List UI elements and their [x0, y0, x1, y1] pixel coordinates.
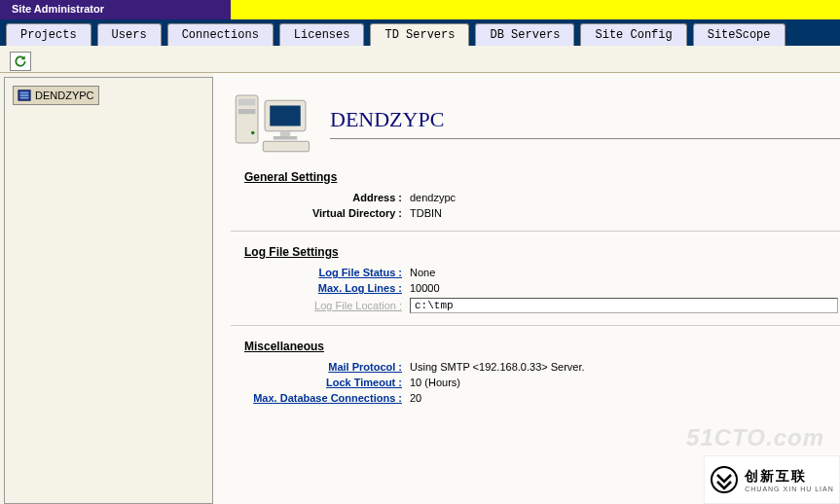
- tab-users[interactable]: Users: [97, 23, 162, 46]
- page-title: Site Administrator: [0, 0, 231, 19]
- svg-point-7: [251, 131, 255, 135]
- log-location-label: Log File Location :: [244, 300, 410, 311]
- svg-rect-12: [263, 141, 309, 152]
- header-accent: [231, 0, 840, 19]
- mail-protocol-value: Using SMTP <192.168.0.33> Server.: [410, 361, 585, 373]
- brand-logo-icon: [710, 465, 739, 494]
- server-title: DENDZYPC: [330, 107, 840, 132]
- refresh-button[interactable]: [10, 52, 31, 71]
- tab-connections[interactable]: Connections: [167, 23, 274, 46]
- separator: [231, 231, 840, 232]
- max-db-conn-value: 20: [410, 392, 421, 404]
- server-header: DENDZYPC: [229, 89, 840, 157]
- brand-name-cn: 创新互联: [745, 468, 834, 486]
- separator: [231, 325, 840, 326]
- details-panel: DENDZYPC General Settings Address : dend…: [213, 73, 840, 504]
- max-log-lines-link[interactable]: Max. Log Lines :: [244, 282, 410, 294]
- section-general: General Settings Address : dendzypc Virt…: [244, 170, 840, 219]
- svg-rect-11: [274, 136, 298, 140]
- title-separator: [330, 138, 840, 139]
- body: DENDZYPC DENDZYPC General Settin: [0, 73, 840, 504]
- mail-protocol-link[interactable]: Mail Protocol :: [244, 361, 410, 373]
- address-label: Address :: [244, 192, 410, 203]
- svg-rect-1: [20, 92, 29, 94]
- svg-rect-9: [270, 106, 301, 126]
- section-misc-heading: Miscellaneous: [244, 340, 840, 353]
- section-misc: Miscellaneous Mail Protocol : Using SMTP…: [244, 340, 840, 404]
- svg-rect-3: [20, 97, 29, 99]
- refresh-icon: [14, 54, 27, 68]
- section-log: Log File Settings Log File Status : None…: [244, 245, 840, 313]
- brand-badge: 创新互联 CHUANG XIN HU LIAN: [704, 455, 840, 504]
- svg-rect-5: [238, 99, 256, 106]
- lock-timeout-value: 10 (Hours): [410, 377, 460, 388]
- tree-node-label: DENDZYPC: [35, 90, 94, 101]
- tab-db-servers[interactable]: DB Servers: [475, 23, 574, 46]
- svg-rect-6: [238, 109, 256, 114]
- tree-node-server[interactable]: DENDZYPC: [13, 86, 99, 105]
- lock-timeout-link[interactable]: Lock Timeout :: [244, 377, 410, 388]
- computer-icon: [229, 89, 314, 157]
- section-general-heading: General Settings: [244, 170, 840, 184]
- address-value: dendzypc: [410, 192, 456, 203]
- brand-name-pinyin: CHUANG XIN HU LIAN: [745, 486, 834, 492]
- server-icon: [18, 89, 31, 102]
- tab-td-servers[interactable]: TD Servers: [370, 23, 469, 46]
- log-status-value: None: [410, 267, 435, 278]
- vdir-label: Virtual Directory :: [244, 207, 410, 219]
- tab-sitescope[interactable]: SiteScope: [693, 23, 785, 46]
- header-bar: Site Administrator: [0, 0, 840, 19]
- max-db-conn-link[interactable]: Max. Database Connections :: [244, 392, 410, 404]
- vdir-value: TDBIN: [410, 207, 442, 219]
- section-log-heading: Log File Settings: [244, 245, 840, 259]
- svg-rect-2: [20, 94, 29, 96]
- svg-rect-10: [280, 131, 291, 136]
- toolbar: [0, 46, 840, 73]
- tab-projects[interactable]: Projects: [6, 23, 91, 46]
- tab-licenses[interactable]: Licenses: [279, 23, 365, 46]
- max-log-lines-value: 10000: [410, 282, 440, 294]
- tabs-bar: Projects Users Connections Licenses TD S…: [0, 19, 840, 46]
- tree-sidebar: DENDZYPC: [4, 77, 213, 504]
- log-location-input[interactable]: [410, 298, 838, 313]
- log-status-link[interactable]: Log File Status :: [244, 267, 410, 278]
- tab-site-config[interactable]: Site Config: [580, 23, 686, 46]
